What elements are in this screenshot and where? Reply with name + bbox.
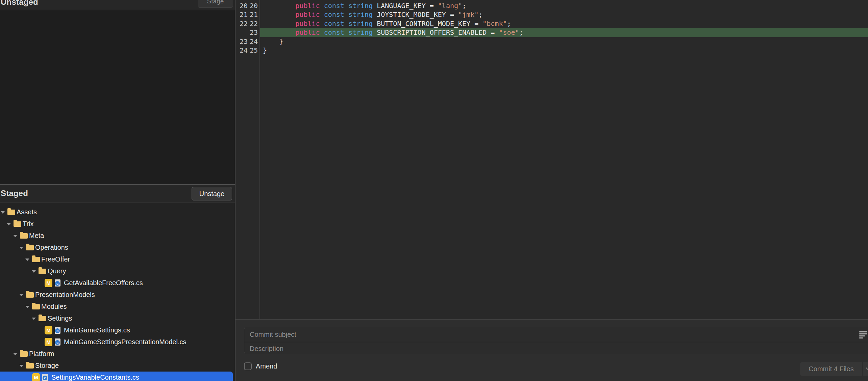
tree-file-GetAvailableFreeOffers.cs[interactable]: McGetAvailableFreeOffers.cs bbox=[0, 277, 235, 289]
unstaged-title: Unstaged bbox=[1, 0, 38, 7]
code-text: } bbox=[260, 46, 868, 55]
stage-button[interactable]: Stage bbox=[198, 0, 233, 8]
old-line-number: 22 bbox=[235, 19, 248, 28]
folder-icon bbox=[39, 269, 46, 274]
folder-icon bbox=[39, 316, 46, 321]
code-text: public const string JOYSTICK_MODE_KEY = … bbox=[260, 10, 868, 19]
code-text: } bbox=[260, 37, 868, 46]
folder-icon bbox=[7, 210, 15, 215]
tree-item-label: FreeOffer bbox=[41, 253, 70, 265]
diff-panel: 1919 public const string 2020 public con… bbox=[235, 0, 868, 319]
expand-arrow-icon[interactable] bbox=[1, 211, 5, 214]
old-line-number: 24 bbox=[235, 46, 248, 55]
commit-button[interactable]: Commit 4 Files bbox=[800, 362, 862, 376]
expand-arrow-icon[interactable] bbox=[25, 306, 29, 308]
commit-description-input[interactable] bbox=[244, 343, 868, 354]
folder-icon bbox=[26, 292, 34, 298]
commit-button-group: Commit 4 Files bbox=[800, 362, 868, 376]
commit-dropdown-button[interactable] bbox=[863, 362, 868, 376]
diff-lines: 1919 public const string 2020 public con… bbox=[235, 0, 868, 55]
unstaged-file-list bbox=[0, 10, 235, 184]
gutter-separator bbox=[259, 0, 260, 319]
folder-icon bbox=[32, 304, 40, 309]
csharp-file-icon: c bbox=[55, 338, 60, 346]
modified-status-badge: M bbox=[45, 338, 52, 346]
tree-item-label: Storage bbox=[35, 360, 59, 372]
tree-file-MainGameSettingsPresentationModel.cs[interactable]: McMainGameSettingsPresentationModel.cs bbox=[0, 336, 235, 348]
tree-folder-Operations[interactable]: Operations bbox=[0, 242, 235, 253]
commit-description-row bbox=[244, 343, 868, 354]
expand-arrow-icon[interactable] bbox=[7, 223, 11, 225]
tree-folder-Settings[interactable]: Settings bbox=[0, 312, 235, 324]
modified-status-badge: M bbox=[32, 373, 40, 381]
expand-arrow-icon[interactable] bbox=[32, 270, 36, 273]
code-text: public const string LANGUAGE_KEY = "lang… bbox=[260, 1, 868, 10]
staged-panel-header: Staged Unstage bbox=[0, 184, 235, 202]
modified-status-badge: M bbox=[45, 326, 52, 334]
tree-item-label: SettingsVariableConstants.cs bbox=[51, 372, 139, 381]
code-text: public const string SUBSCRIPTION_OFFERS_… bbox=[260, 28, 868, 37]
tree-item-label: GetAvailableFreeOffers.cs bbox=[64, 277, 143, 289]
tree-file-SettingsVariableConstants.cs[interactable]: McSettingsVariableConstants.cs bbox=[0, 372, 233, 381]
diff-line: 2324 } bbox=[235, 37, 868, 46]
diff-line-added: 23 public const string SUBSCRIPTION_OFFE… bbox=[235, 28, 868, 37]
tree-folder-Query[interactable]: Query bbox=[0, 265, 235, 277]
tree-item-label: Operations bbox=[35, 242, 68, 253]
expand-arrow-icon[interactable] bbox=[25, 258, 29, 261]
left-panel: Unstaged Stage Staged Unstage AssetsTrix… bbox=[0, 0, 235, 381]
staged-file-tree: AssetsTrixMetaOperationsFreeOfferQueryMc… bbox=[0, 203, 235, 381]
tree-item-label: MainGameSettingsPresentationModel.cs bbox=[64, 336, 186, 348]
folder-icon bbox=[20, 233, 28, 239]
chevron-down-icon bbox=[866, 365, 868, 371]
tree-item-label: Settings bbox=[48, 312, 72, 324]
folder-icon bbox=[32, 257, 40, 262]
tree-folder-Meta[interactable]: Meta bbox=[0, 230, 235, 242]
tree-folder-FreeOffer[interactable]: FreeOffer bbox=[0, 253, 235, 265]
unstaged-panel-header: Unstaged Stage bbox=[0, 0, 235, 10]
new-line-number: 20 bbox=[248, 1, 258, 10]
unstage-button[interactable]: Unstage bbox=[192, 187, 232, 200]
modified-status-badge: M bbox=[45, 279, 52, 287]
new-line-number: 22 bbox=[248, 19, 258, 28]
csharp-file-icon: c bbox=[42, 374, 48, 381]
diff-line: 2121 public const string JOYSTICK_MODE_K… bbox=[235, 10, 868, 19]
expand-arrow-icon[interactable] bbox=[13, 235, 17, 237]
diff-line: 2425} bbox=[235, 46, 868, 55]
tree-file-MainGameSettings.cs[interactable]: McMainGameSettings.cs bbox=[0, 324, 235, 336]
tree-item-label: Platform bbox=[29, 348, 54, 360]
text-lines-icon bbox=[859, 331, 868, 339]
tree-folder-Platform[interactable]: Platform bbox=[0, 348, 235, 360]
folder-icon bbox=[26, 363, 34, 369]
amend-label: Amend bbox=[256, 362, 277, 371]
tree-folder-Storage[interactable]: Storage bbox=[0, 360, 235, 372]
tree-folder-PresentationModels[interactable]: PresentationModels bbox=[0, 289, 235, 301]
code-text: public const string BUTTON_CONTROL_MODE_… bbox=[260, 19, 868, 28]
expand-arrow-icon[interactable] bbox=[13, 353, 17, 355]
tree-item-label: Trix bbox=[23, 218, 34, 230]
commit-subject-row bbox=[244, 327, 868, 342]
commit-message-box bbox=[244, 327, 868, 354]
diff-line: 2222 public const string BUTTON_CONTROL_… bbox=[235, 19, 868, 28]
folder-icon bbox=[14, 221, 21, 227]
expand-arrow-icon[interactable] bbox=[19, 247, 23, 249]
staged-title: Staged bbox=[1, 189, 28, 198]
csharp-file-icon: c bbox=[55, 327, 60, 334]
csharp-file-icon: c bbox=[55, 279, 60, 287]
new-line-number: 25 bbox=[248, 46, 258, 55]
new-line-number: 24 bbox=[248, 37, 258, 46]
expand-arrow-icon[interactable] bbox=[19, 294, 23, 296]
amend-checkbox[interactable] bbox=[244, 362, 252, 370]
commit-panel: Amend Commit 4 Files bbox=[235, 319, 868, 381]
tree-folder-Trix[interactable]: Trix bbox=[0, 218, 235, 230]
commit-subject-input[interactable] bbox=[244, 327, 868, 342]
tree-folder-Assets[interactable]: Assets bbox=[0, 206, 235, 218]
folder-icon bbox=[20, 351, 28, 357]
tree-item-label: Assets bbox=[17, 206, 37, 218]
old-line-number: 23 bbox=[235, 37, 248, 46]
old-line-number bbox=[235, 28, 248, 37]
expand-arrow-icon[interactable] bbox=[32, 318, 36, 320]
tree-folder-Modules[interactable]: Modules bbox=[0, 301, 235, 312]
tree-item-label: Query bbox=[48, 265, 66, 277]
old-line-number: 20 bbox=[235, 1, 248, 10]
expand-arrow-icon[interactable] bbox=[19, 365, 23, 367]
